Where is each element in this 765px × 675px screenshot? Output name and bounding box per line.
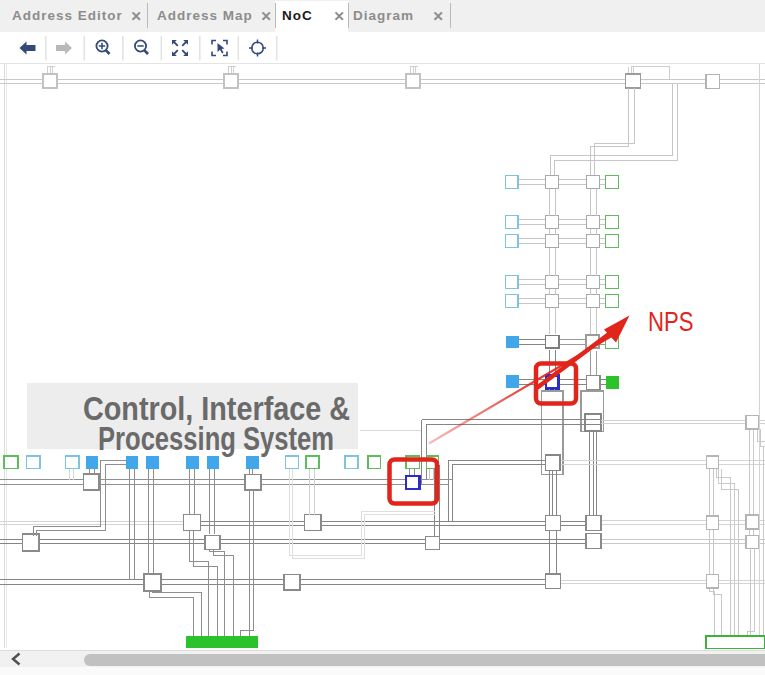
- svg-text:NPS: NPS: [648, 307, 694, 337]
